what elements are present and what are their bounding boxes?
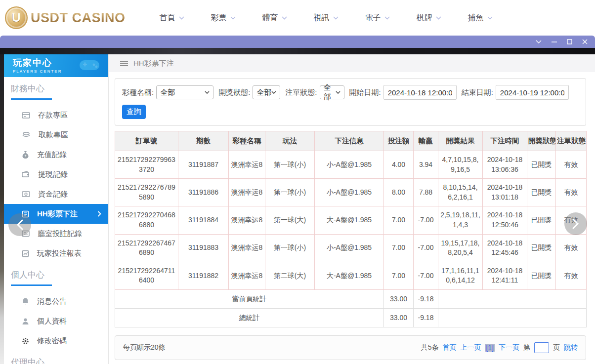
nav-item-sports[interactable]: 體育 [249, 13, 300, 23]
chevron-down-icon [205, 91, 210, 94]
gear-icon [22, 337, 29, 345]
next-page-link[interactable]: 下一页 [499, 343, 519, 352]
bet-status-label: 注單狀態: [285, 88, 317, 97]
table-row: 2152172922647116400 31191882 澳洲幸运8 第二球(大… [115, 262, 587, 289]
window-dropdown-icon[interactable] [535, 40, 542, 44]
chevron-down-icon [436, 16, 441, 20]
chevron-right-icon [572, 218, 580, 230]
query-button[interactable]: 查詢 [122, 105, 146, 119]
carousel-next-button[interactable] [564, 212, 587, 235]
sidebar-item-withdraw[interactable]: 取款專區 [4, 125, 108, 145]
background-strip [0, 48, 595, 54]
page-summary-label: 當前頁統計 [115, 289, 384, 308]
total-summary-label: 總統計 [115, 308, 384, 327]
top-navigation: U USDT CASINO 首頁 彩票 體育 視訊 電子 棋牌 捕魚 [0, 0, 595, 36]
site-logo[interactable]: U USDT CASINO [5, 6, 126, 29]
current-page-badge[interactable]: [1] [485, 344, 495, 352]
sidebar-item-withdrawal-record[interactable]: 提現記錄 [4, 164, 108, 184]
bell-icon [22, 297, 29, 305]
pagination: 共5条 首页 上一页 [1] 下一页 第 页 跳转 [421, 342, 578, 353]
draw-status-select[interactable]: 全部 [253, 85, 280, 99]
sidebar-item-deposit[interactable]: 存款專區 [4, 105, 108, 125]
chevron-down-icon [333, 16, 339, 20]
lottery-name-select[interactable]: 全部 [156, 85, 213, 99]
chevron-down-icon [487, 16, 493, 20]
personal-items: 消息公告 個人資料 修改密碼 [4, 291, 108, 351]
svg-text:+: + [24, 154, 26, 158]
gamepad-icon [79, 58, 101, 75]
section-agent-center: 代理中心 [11, 357, 101, 364]
col-bet-info: 下注信息 [315, 131, 384, 151]
nav-item-cards[interactable]: 棋牌 [403, 13, 455, 23]
col-order-id: 訂單號 [115, 131, 178, 151]
fund-record-icon [22, 191, 30, 198]
table-header-row: 訂單號 期數 彩種名稱 玩法 下注信息 投注額 輸贏 開獎結果 下注時間 開獎狀… [115, 131, 587, 151]
background-left-strip [0, 54, 4, 364]
content-area: 彩種名稱: 全部 開獎狀態: 全部 注單狀態: 全部 開始 [109, 72, 595, 360]
table-row: 2152172922674676890 31191883 澳洲幸运8 第一球(小… [115, 234, 587, 262]
chevron-down-icon [230, 16, 236, 20]
finance-items: 存款專區 取款專區 + 充值記錄 提現記錄 資金記錄 HH彩票下注 [4, 105, 108, 263]
nav-item-home[interactable]: 首頁 [146, 13, 198, 23]
jump-button[interactable]: 跳转 [564, 343, 578, 352]
page-jump-input[interactable] [534, 342, 549, 353]
chevron-left-icon [16, 219, 24, 231]
table-row: 2152172922767895890 31191886 澳洲幸运8 第一球(小… [115, 179, 587, 206]
chevron-down-icon [336, 91, 340, 94]
end-date-label: 結束日期: [462, 88, 493, 97]
first-page-link[interactable]: 首页 [442, 343, 456, 352]
nav-item-lottery[interactable]: 彩票 [198, 13, 249, 23]
chevron-down-icon [179, 16, 184, 20]
carousel-prev-button[interactable] [8, 213, 31, 236]
sidebar-item-recharge-record[interactable]: + 充值記錄 [4, 145, 108, 164]
logo-text: USDT CASINO [31, 10, 126, 26]
chevron-down-icon [282, 16, 287, 20]
page-size-text: 每頁顯示20條 [123, 343, 166, 352]
lottery-name-label: 彩種名稱: [122, 88, 154, 97]
window-close-icon[interactable] [582, 39, 588, 45]
col-play: 玩法 [265, 131, 315, 151]
user-icon [22, 318, 29, 325]
withdraw-icon [22, 131, 31, 138]
section-personal-center: 個人中心 [11, 269, 101, 281]
col-period: 期數 [178, 131, 229, 151]
filter-row: 彩種名稱: 全部 開獎狀態: 全部 注單狀態: 全部 開始 [122, 85, 579, 100]
sidebar: 玩家中心 PLAYERS CENTER 財務中心 存款專區 取款專區 + 充值記… [4, 54, 109, 364]
window-maximize-icon[interactable] [566, 39, 573, 45]
table-footer: 每頁顯示20條 共5条 首页 上一页 [1] 下一页 第 页 跳转 [115, 335, 586, 360]
chevron-right-icon [97, 211, 101, 217]
window-titlebar [0, 36, 595, 48]
start-date-label: 開始日期: [349, 88, 381, 97]
sidebar-item-announcements[interactable]: 消息公告 [4, 291, 108, 311]
start-date-input[interactable] [383, 85, 457, 100]
sidebar-item-profile[interactable]: 個人資料 [4, 311, 108, 331]
recharge-record-icon: + [22, 151, 29, 159]
nav-item-slots[interactable]: 電子 [352, 13, 403, 23]
main-panel: HH彩票下注 彩種名稱: 全部 開獎狀態: 全部 注單狀態: [109, 54, 595, 364]
sidebar-item-change-password[interactable]: 修改密碼 [4, 331, 108, 351]
table-row: 2152172922704686880 31191884 澳洲幸运8 第一球(大… [115, 206, 587, 234]
players-center-header: 玩家中心 PLAYERS CENTER [4, 54, 108, 77]
workspace: 玩家中心 PLAYERS CENTER 財務中心 存款專區 取款專區 + 充值記… [0, 54, 595, 364]
coin-logo-icon: U [5, 6, 28, 29]
nav-item-fishing[interactable]: 捕魚 [455, 13, 506, 23]
prev-page-link[interactable]: 上一页 [460, 343, 481, 352]
bets-table: 訂單號 期數 彩種名稱 玩法 下注信息 投注額 輸贏 開獎結果 下注時間 開獎狀… [115, 131, 587, 327]
hamburger-icon[interactable] [120, 60, 128, 67]
end-date-input[interactable] [496, 85, 569, 100]
filter-panel: 彩種名稱: 全部 開獎狀態: 全部 注單狀態: 全部 開始 [115, 78, 586, 126]
sidebar-item-bet-report[interactable]: 玩家投注報表 [4, 243, 108, 263]
table-row: 2152172922799633720 31191887 澳洲幸运8 第一球(小… [115, 151, 587, 179]
draw-status-label: 開獎狀態: [218, 88, 250, 97]
bet-status-select[interactable]: 全部 [320, 85, 344, 99]
main-menu: 首頁 彩票 體育 視訊 電子 棋牌 捕魚 [146, 13, 506, 23]
deposit-icon [22, 112, 30, 119]
nav-item-live[interactable]: 視訊 [300, 13, 352, 23]
sidebar-item-fund-record[interactable]: 資金記錄 [4, 184, 108, 204]
chevron-down-icon [384, 16, 390, 20]
total-summary-row: 總統計 33.00 -9.18 [115, 308, 587, 327]
section-finance-center: 財務中心 [11, 83, 101, 94]
window-minimize-icon[interactable] [551, 39, 557, 45]
breadcrumb: HH彩票下注 [109, 54, 595, 72]
col-bet-amount: 投注額 [384, 131, 414, 151]
